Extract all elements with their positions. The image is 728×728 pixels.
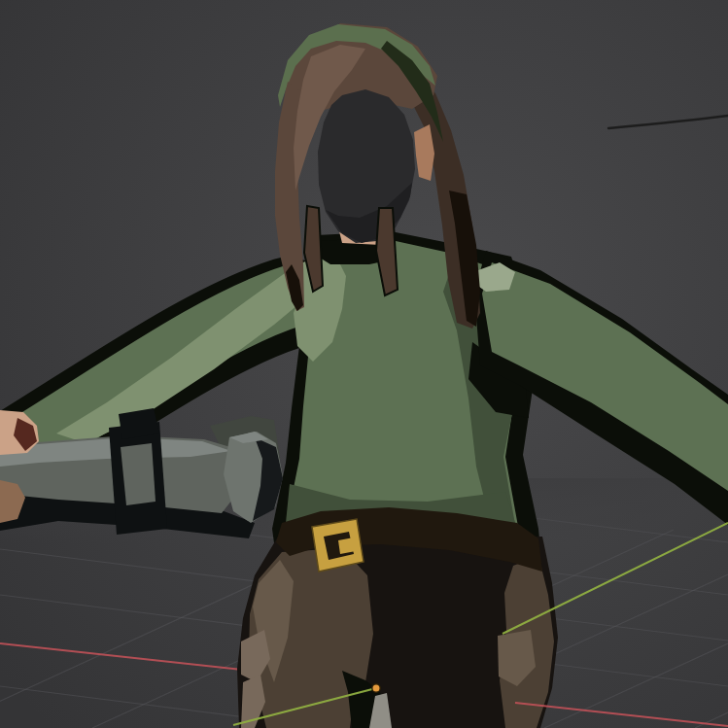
- 3d-viewport[interactable]: [0, 0, 728, 728]
- belt-buckle-tongue: [338, 537, 356, 554]
- object-origin-marker[interactable]: [372, 684, 380, 692]
- barrel-clamp-inner: [121, 443, 156, 505]
- legs: [237, 537, 558, 728]
